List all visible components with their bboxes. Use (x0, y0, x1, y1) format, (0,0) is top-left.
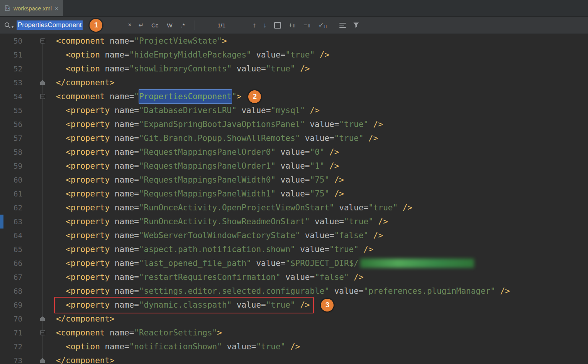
token-tag: /> (315, 48, 329, 62)
code-line: 55 <property name="DatabaseDriversLRU" v… (0, 103, 588, 117)
token-attr: value= (281, 270, 315, 284)
token-tag: /> (368, 229, 383, 242)
editor: 50<component name="ProjectViewState">51 … (0, 34, 588, 364)
token-str: "RunOnceActivity.OpenProjectViewOnStart" (139, 201, 334, 215)
find-in-selection-toggle[interactable] (274, 22, 281, 29)
code-text[interactable]: <property name="settings.editor.selected… (56, 284, 510, 298)
token-attr: name= (110, 117, 139, 131)
token-str: "true" (339, 117, 368, 131)
add-occurrence-button[interactable]: +II (289, 21, 296, 29)
token-sp (56, 284, 66, 298)
code-text[interactable]: <property name="DatabaseDriversLRU" valu… (56, 103, 320, 117)
token-tag: /> (329, 187, 344, 201)
code-text[interactable]: <property name="ExpandSpringBootJavaOpti… (56, 117, 383, 131)
fold-start-icon[interactable] (40, 94, 45, 99)
line-number: 50 (0, 34, 22, 48)
gutter-fold-column (22, 131, 56, 145)
code-line: 69 <property name="dynamic.classpath" va… (0, 298, 588, 312)
token-attr: name= (100, 340, 129, 354)
line-number: 53 (0, 76, 22, 90)
code-text[interactable]: </component> (56, 312, 115, 326)
gutter-fold-column (22, 270, 56, 284)
token-attr: value= (276, 173, 310, 187)
code-text[interactable]: <property name="RequestMappingsPanelWidt… (56, 173, 344, 187)
fold-start-icon[interactable] (40, 330, 45, 335)
code-text[interactable]: <property name="RequestMappingsPanelOrde… (56, 159, 339, 173)
token-str: "75" (310, 173, 329, 187)
annotation-badge-3: 3 (321, 299, 334, 312)
gutter-fold-column (22, 117, 56, 131)
regex-toggle[interactable]: .* (181, 22, 185, 29)
code-line: 50<component name="ProjectViewState"> (0, 34, 588, 48)
token-attr: name= (110, 103, 139, 117)
match-case-toggle[interactable]: Cc (151, 22, 158, 29)
token-attr: value= (232, 298, 266, 312)
code-text[interactable]: <property name="dynamic.classpath" value… (56, 297, 334, 313)
token-tag: <option (66, 340, 100, 354)
words-toggle[interactable]: W (167, 22, 172, 29)
select-all-occurrences-button[interactable]: ✓II (319, 21, 327, 29)
code-line: 60 <property name="RequestMappingsPanelW… (0, 173, 588, 187)
code-text[interactable]: </component> (56, 76, 115, 90)
code-text[interactable]: <component name="ReactorSettings"> (56, 326, 222, 340)
gutter-fold-column (22, 229, 56, 242)
fold-end-icon[interactable] (40, 80, 45, 85)
gutter-fold-column (22, 242, 56, 256)
remove-occurrence-button[interactable]: −II (303, 21, 311, 29)
gutter-fold-column (22, 256, 56, 270)
code-line: 61 <property name="RequestMappingsPanelW… (0, 187, 588, 201)
token-sp (56, 229, 66, 242)
line-number: 61 (0, 187, 22, 201)
line-number: 68 (0, 284, 22, 298)
code-text[interactable]: <property name="RunOnceActivity.OpenProj… (56, 201, 412, 215)
code-text[interactable]: <property name="last_opened_file_path" v… (56, 256, 474, 270)
next-occurrence-button[interactable]: ↓ (263, 21, 267, 29)
tab-close-icon[interactable]: × (55, 5, 58, 12)
token-str: "ExpandSpringBootJavaOptionsPanel" (139, 117, 305, 131)
code-text[interactable]: <component name="PropertiesComponent">2 (56, 90, 261, 103)
annotation-badge-1: 1 (90, 19, 102, 32)
token-str: "$PROJECT_DIR$/ (285, 256, 359, 270)
code-text[interactable]: <property name="Git.Branch.Popup.ShowAll… (56, 131, 378, 145)
code-text[interactable]: <option name="notificationShown" value="… (56, 340, 300, 354)
search-history-caret-icon[interactable]: ▾ (12, 25, 14, 29)
tab-workspace-xml[interactable]: workspace.xml × (0, 0, 63, 16)
search-input[interactable]: PropertiesComponent 1 × ↵ (17, 19, 147, 32)
token-tag: /> (295, 298, 310, 312)
fold-end-icon[interactable] (40, 317, 45, 322)
code-text[interactable]: <property name="restartRequiresConfirmat… (56, 270, 364, 284)
code-text[interactable]: <property name="RequestMappingsPanelOrde… (56, 145, 339, 159)
code-text[interactable]: <property name="WebServerToolWindowFacto… (56, 229, 383, 242)
token-str: "preferences.pluginManager" (364, 284, 495, 298)
line-number: 72 (0, 340, 22, 354)
fold-start-icon[interactable] (40, 39, 45, 44)
token-tag: /> (329, 173, 344, 187)
code-line: 52 <option name="showLibraryContents" va… (0, 62, 588, 76)
xml-file-icon (4, 5, 10, 11)
newline-icon[interactable]: ↵ (139, 22, 144, 29)
gutter-fold-column (22, 187, 56, 201)
code-text[interactable]: <component name="ProjectViewState"> (56, 34, 227, 48)
token-attr: value= (310, 215, 344, 229)
line-number: 60 (0, 173, 22, 187)
token-tag: <component (56, 326, 105, 340)
token-str: " (134, 90, 139, 103)
fold-end-icon[interactable] (40, 358, 45, 363)
line-number: 70 (0, 312, 22, 326)
token-attr: value= (222, 340, 256, 354)
code-text[interactable]: <option name="hideEmptyMiddlePackages" v… (56, 48, 329, 62)
search-icon[interactable]: ▾ (4, 22, 14, 29)
editor-tab-bar: workspace.xml × (0, 0, 588, 17)
previous-occurrence-button[interactable]: ↑ (253, 21, 256, 29)
code-text[interactable]: <property name="aspect.path.notification… (56, 242, 373, 256)
code-text[interactable]: </component> (56, 354, 115, 364)
token-str: "1" (310, 159, 324, 173)
code-text[interactable]: <option name="showLibraryContents" value… (56, 62, 310, 76)
gutter-fold-column (22, 215, 56, 229)
filter-icon[interactable] (353, 22, 359, 28)
code-text[interactable]: <property name="RunOnceActivity.ShowRead… (56, 215, 388, 229)
filter-lines-icon[interactable] (339, 23, 346, 28)
code-text[interactable]: <property name="RequestMappingsPanelWidt… (56, 187, 344, 201)
clear-search-icon[interactable]: × (128, 22, 131, 29)
token-tag: /> (285, 340, 300, 354)
